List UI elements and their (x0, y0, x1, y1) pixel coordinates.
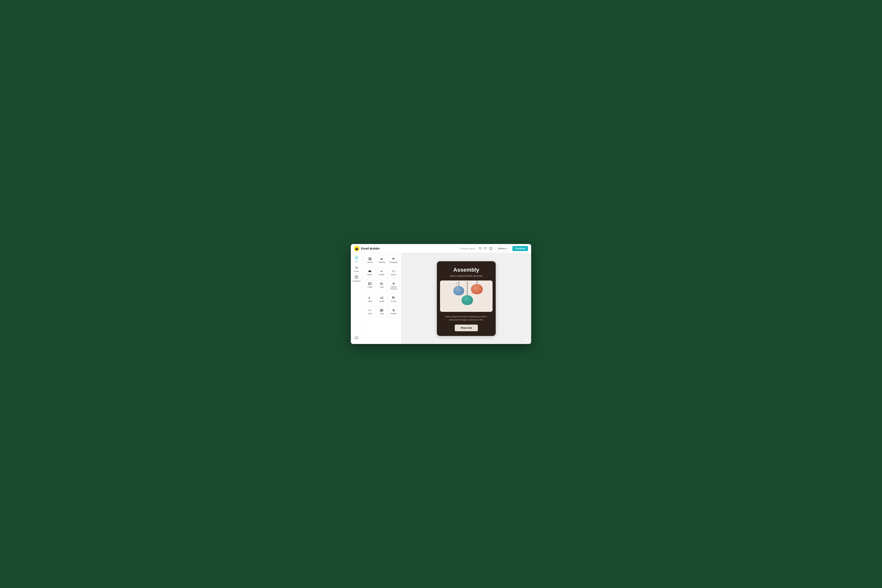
divider-label: Divider (379, 274, 384, 276)
spacer-label: Spacer (391, 274, 396, 276)
svg-point-24 (393, 283, 394, 284)
component-paragraph[interactable]: Paragraph · · · · (388, 255, 399, 267)
component-logo[interactable]: A Logo · · · · (376, 280, 387, 293)
svg-text:A: A (381, 283, 382, 284)
components-grid: Layouts · · · · Hi Heading · · · · (364, 255, 399, 318)
divider-icon (380, 270, 383, 273)
svg-point-25 (382, 297, 383, 297)
component-divider[interactable]: Divider · · · · (376, 268, 387, 279)
social-icon (380, 296, 383, 300)
svg-point-27 (382, 298, 383, 299)
lamp-orange (471, 284, 483, 294)
svg-rect-33 (382, 310, 383, 312)
component-creative-assistant[interactable]: Creative Assistant · · · · (388, 280, 399, 293)
add-nav-label: Add (355, 261, 358, 262)
lamp-teal (462, 295, 473, 305)
social-label: Social (379, 300, 384, 302)
monitor-icon (489, 247, 492, 250)
add-icon (355, 256, 358, 260)
svg-rect-31 (382, 309, 383, 310)
logo-comp-icon: A (380, 282, 383, 285)
message-icon (355, 336, 358, 340)
code-icon (368, 309, 371, 312)
continue-button[interactable]: Continue (512, 246, 528, 251)
component-layouts[interactable]: Layouts · · · · (364, 255, 375, 267)
component-image[interactable]: Image · · · · (364, 280, 375, 293)
email-title: Assembly (442, 267, 491, 273)
email-body-section: Keep people involved by following up wit… (437, 312, 496, 336)
logo-label: Logo (380, 286, 384, 288)
image-label: Image (368, 286, 372, 288)
product-icon (392, 309, 395, 312)
survey-icon (392, 296, 395, 300)
image-icon (368, 282, 371, 285)
component-product[interactable]: Product · · · · (388, 307, 399, 318)
svg-rect-19 (369, 282, 371, 285)
help-button[interactable]: ? (524, 336, 528, 341)
redo-icon (484, 247, 487, 250)
sidebar-item-styles[interactable]: Styles (352, 264, 362, 273)
video-label: Video (368, 300, 372, 302)
header-logo: Email Builder (354, 246, 380, 251)
svg-point-20 (369, 283, 370, 284)
styles-icon (355, 266, 358, 270)
apps-label: Apps (380, 313, 384, 315)
email-subtitle: Send a tailored follow-up email. (442, 274, 491, 278)
creative-assistant-label: Creative Assistant (389, 286, 398, 290)
button-comp-icon (368, 270, 371, 273)
templates-nav-icon (355, 275, 358, 280)
header: Email Builder Changes saved Actions (351, 244, 531, 253)
svg-rect-15 (370, 259, 371, 260)
svg-rect-32 (380, 310, 381, 312)
component-survey[interactable]: Survey · · · · (388, 294, 399, 306)
mailchimp-logo-icon (354, 246, 360, 251)
lamp-blue (453, 286, 464, 296)
component-code[interactable]: Code · · · · (364, 307, 375, 318)
email-body-text: Keep people involved by following up wit… (442, 315, 491, 321)
svg-point-34 (393, 311, 394, 311)
paragraph-label: Paragraph (390, 261, 398, 263)
svg-rect-11 (355, 276, 358, 279)
actions-label: Actions (498, 247, 506, 250)
canvas-area: Assembly Send a tailored follow-up email… (401, 253, 531, 344)
apps-icon (380, 309, 383, 312)
component-social[interactable]: Social · · · · (376, 294, 387, 306)
app-window: Email Builder Changes saved Actions (351, 244, 531, 344)
svg-point-7 (357, 248, 358, 249)
undo-button[interactable] (477, 246, 483, 251)
svg-rect-13 (369, 258, 370, 260)
survey-label: Survey (391, 300, 396, 302)
preview-button[interactable] (488, 246, 494, 251)
email-preview-card: Assembly Send a tailored follow-up email… (437, 261, 496, 336)
button-label: Button (367, 274, 372, 276)
svg-rect-8 (490, 248, 492, 249)
svg-rect-29 (392, 298, 394, 298)
layouts-label: Layouts (367, 261, 373, 263)
app-title: Email Builder (361, 247, 380, 250)
actions-button[interactable]: Actions (495, 246, 511, 251)
svg-point-26 (380, 297, 381, 298)
layout-icon (368, 257, 371, 261)
shop-now-button[interactable]: Shop now (455, 325, 478, 331)
component-spacer[interactable]: Spacer · · · · (388, 268, 399, 279)
component-button[interactable]: Button · · · · (364, 268, 375, 279)
main-content: Add Styles (351, 253, 531, 344)
components-panel: Layouts · · · · Hi Heading · · · · (362, 253, 401, 344)
undo-icon (478, 247, 482, 250)
svg-point-35 (394, 311, 394, 311)
sidebar-nav: Add Styles (351, 253, 362, 344)
component-heading[interactable]: Hi Heading · · · · (376, 255, 387, 267)
sidebar-item-templates[interactable]: Templates (352, 274, 362, 283)
svg-rect-10 (357, 267, 358, 268)
svg-rect-28 (392, 297, 394, 297)
svg-rect-12 (355, 337, 358, 339)
code-label: Code (368, 313, 372, 315)
sidebar-item-messages[interactable] (352, 335, 362, 342)
component-apps[interactable]: Apps · · · · (376, 307, 387, 318)
svg-point-6 (356, 248, 356, 249)
templates-nav-label: Templates (352, 280, 360, 282)
component-video[interactable]: Video · · · · (364, 294, 375, 306)
redo-button[interactable] (483, 246, 488, 251)
sidebar-item-add[interactable]: Add (352, 255, 362, 264)
save-status: Changes saved (460, 248, 475, 250)
